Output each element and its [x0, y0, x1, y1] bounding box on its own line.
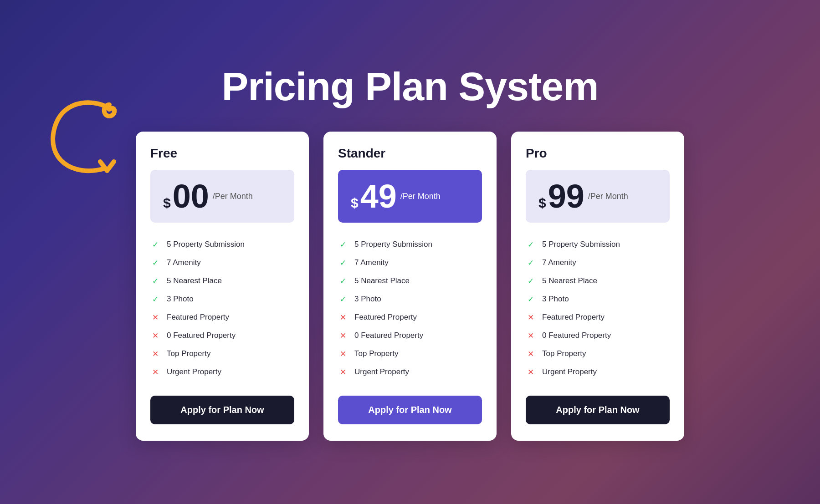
feature-label: 5 Nearest Place — [354, 276, 410, 285]
list-item: ✓5 Property Submission — [338, 235, 482, 254]
check-icon: ✓ — [526, 294, 536, 304]
check-icon: ✓ — [338, 239, 348, 249]
feature-label: 7 Amenity — [354, 258, 389, 267]
list-item: ✓5 Nearest Place — [150, 272, 294, 290]
price-currency-stander: $ — [351, 195, 359, 211]
price-currency-free: $ — [163, 195, 171, 211]
feature-label: 3 Photo — [167, 295, 194, 304]
price-period-stander: /Per Month — [400, 192, 441, 201]
check-icon: ✓ — [150, 276, 160, 286]
price-period-free: /Per Month — [213, 192, 253, 201]
features-list-stander: ✓5 Property Submission✓7 Amenity✓5 Neare… — [338, 235, 482, 381]
list-item: ✕Top Property — [526, 345, 670, 363]
check-icon: ✓ — [338, 276, 348, 286]
plan-card-stander: Stander$49/Per Month✓5 Property Submissi… — [323, 132, 497, 441]
list-item: ✕Featured Property — [338, 308, 482, 326]
feature-label: 3 Photo — [354, 295, 381, 304]
plans-container: Free$00/Per Month✓5 Property Submission✓… — [136, 132, 684, 441]
feature-label: Top Property — [167, 349, 210, 358]
list-item: ✓3 Photo — [338, 290, 482, 308]
check-icon: ✓ — [338, 258, 348, 268]
list-item: ✓3 Photo — [150, 290, 294, 308]
feature-label: Featured Property — [542, 313, 605, 322]
list-item: ✓7 Amenity — [338, 254, 482, 272]
feature-label: 7 Amenity — [542, 258, 576, 267]
price-box-pro: $99/Per Month — [526, 170, 670, 223]
check-icon: ✓ — [150, 239, 160, 249]
price-amount-free: 00 — [173, 180, 209, 213]
list-item: ✓5 Nearest Place — [526, 272, 670, 290]
cross-icon: ✕ — [526, 367, 536, 377]
price-box-free: $00/Per Month — [150, 170, 294, 223]
price-amount-pro: 99 — [548, 180, 584, 213]
list-item: ✓5 Property Submission — [526, 235, 670, 254]
cross-icon: ✕ — [338, 367, 348, 377]
check-icon: ✓ — [526, 239, 536, 249]
check-icon: ✓ — [150, 258, 160, 268]
cross-icon: ✕ — [338, 349, 348, 359]
feature-label: 3 Photo — [542, 295, 569, 304]
list-item: ✓7 Amenity — [526, 254, 670, 272]
plan-card-pro: Pro$99/Per Month✓5 Property Submission✓7… — [511, 132, 684, 441]
page-title: Pricing Plan System — [221, 63, 598, 110]
feature-label: 5 Nearest Place — [542, 276, 597, 285]
cross-icon: ✕ — [338, 331, 348, 341]
list-item: ✓5 Property Submission — [150, 235, 294, 254]
list-item: ✕Featured Property — [526, 308, 670, 326]
features-list-pro: ✓5 Property Submission✓7 Amenity✓5 Neare… — [526, 235, 670, 381]
cross-icon: ✕ — [150, 349, 160, 359]
check-icon: ✓ — [338, 294, 348, 304]
apply-button-stander[interactable]: Apply for Plan Now — [338, 396, 482, 424]
feature-label: Featured Property — [354, 313, 417, 322]
feature-label: 0 Featured Property — [542, 331, 611, 340]
feature-label: 5 Property Submission — [354, 240, 432, 249]
list-item: ✕0 Featured Property — [526, 326, 670, 345]
list-item: ✓3 Photo — [526, 290, 670, 308]
plan-name-free: Free — [150, 146, 294, 161]
feature-label: 5 Property Submission — [167, 240, 245, 249]
price-currency-pro: $ — [538, 195, 546, 211]
cross-icon: ✕ — [150, 367, 160, 377]
list-item: ✕Featured Property — [150, 308, 294, 326]
feature-label: Urgent Property — [354, 367, 409, 377]
list-item: ✕0 Featured Property — [150, 326, 294, 345]
feature-label: 5 Nearest Place — [167, 276, 222, 285]
list-item: ✓7 Amenity — [150, 254, 294, 272]
list-item: ✕Urgent Property — [150, 363, 294, 381]
price-box-stander: $49/Per Month — [338, 170, 482, 223]
list-item: ✕0 Featured Property — [338, 326, 482, 345]
check-icon: ✓ — [526, 276, 536, 286]
plan-name-stander: Stander — [338, 146, 482, 161]
cross-icon: ✕ — [526, 349, 536, 359]
feature-label: Urgent Property — [167, 367, 221, 377]
list-item: ✕Urgent Property — [526, 363, 670, 381]
cross-icon: ✕ — [338, 312, 348, 322]
check-icon: ✓ — [150, 294, 160, 304]
list-item: ✓5 Nearest Place — [338, 272, 482, 290]
feature-label: Featured Property — [167, 313, 229, 322]
cross-icon: ✕ — [526, 312, 536, 322]
features-list-free: ✓5 Property Submission✓7 Amenity✓5 Neare… — [150, 235, 294, 381]
check-icon: ✓ — [526, 258, 536, 268]
arrow-decoration — [36, 91, 128, 191]
price-amount-stander: 49 — [360, 180, 397, 213]
feature-label: 7 Amenity — [167, 258, 201, 267]
cross-icon: ✕ — [150, 312, 160, 322]
list-item: ✕Top Property — [150, 345, 294, 363]
feature-label: 0 Featured Property — [354, 331, 423, 340]
feature-label: Top Property — [542, 349, 586, 358]
feature-label: Top Property — [354, 349, 398, 358]
cross-icon: ✕ — [150, 331, 160, 341]
plan-card-free: Free$00/Per Month✓5 Property Submission✓… — [136, 132, 309, 441]
apply-button-pro[interactable]: Apply for Plan Now — [526, 396, 670, 424]
price-period-pro: /Per Month — [588, 192, 628, 201]
list-item: ✕Top Property — [338, 345, 482, 363]
list-item: ✕Urgent Property — [338, 363, 482, 381]
plan-name-pro: Pro — [526, 146, 670, 161]
feature-label: 0 Featured Property — [167, 331, 236, 340]
feature-label: 5 Property Submission — [542, 240, 620, 249]
cross-icon: ✕ — [526, 331, 536, 341]
apply-button-free[interactable]: Apply for Plan Now — [150, 396, 294, 424]
feature-label: Urgent Property — [542, 367, 597, 377]
